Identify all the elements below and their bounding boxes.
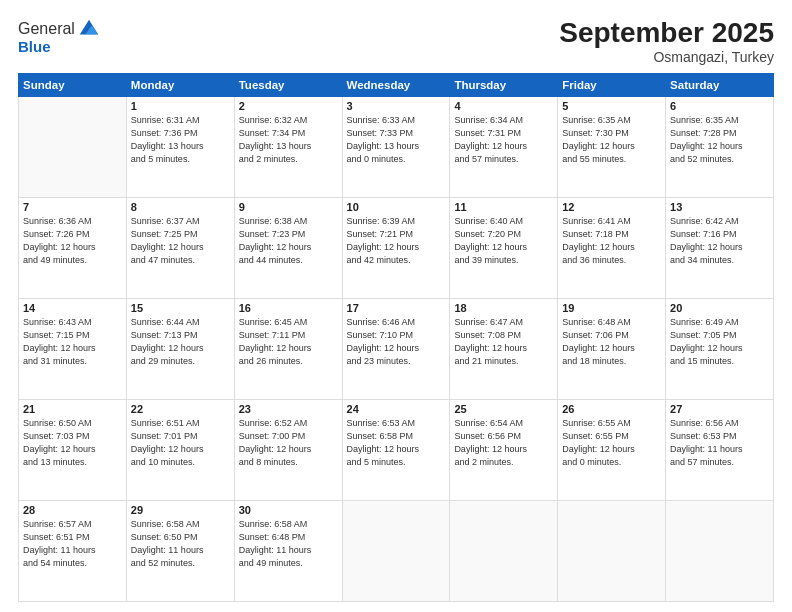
table-row: 17Sunrise: 6:46 AMSunset: 7:10 PMDayligh… bbox=[342, 298, 450, 399]
table-row: 1Sunrise: 6:31 AMSunset: 7:36 PMDaylight… bbox=[126, 96, 234, 197]
table-row: 6Sunrise: 6:35 AMSunset: 7:28 PMDaylight… bbox=[666, 96, 774, 197]
col-monday: Monday bbox=[126, 73, 234, 96]
logo-icon bbox=[78, 18, 100, 40]
day-number: 26 bbox=[562, 403, 661, 415]
day-info: Sunrise: 6:40 AMSunset: 7:20 PMDaylight:… bbox=[454, 215, 553, 267]
day-info: Sunrise: 6:58 AMSunset: 6:48 PMDaylight:… bbox=[239, 518, 338, 570]
day-number: 21 bbox=[23, 403, 122, 415]
table-row: 15Sunrise: 6:44 AMSunset: 7:13 PMDayligh… bbox=[126, 298, 234, 399]
day-number: 8 bbox=[131, 201, 230, 213]
day-number: 3 bbox=[347, 100, 446, 112]
day-number: 10 bbox=[347, 201, 446, 213]
day-number: 16 bbox=[239, 302, 338, 314]
table-row: 13Sunrise: 6:42 AMSunset: 7:16 PMDayligh… bbox=[666, 197, 774, 298]
table-row: 2Sunrise: 6:32 AMSunset: 7:34 PMDaylight… bbox=[234, 96, 342, 197]
table-row: 27Sunrise: 6:56 AMSunset: 6:53 PMDayligh… bbox=[666, 399, 774, 500]
table-row: 4Sunrise: 6:34 AMSunset: 7:31 PMDaylight… bbox=[450, 96, 558, 197]
table-row: 24Sunrise: 6:53 AMSunset: 6:58 PMDayligh… bbox=[342, 399, 450, 500]
day-number: 4 bbox=[454, 100, 553, 112]
table-row: 11Sunrise: 6:40 AMSunset: 7:20 PMDayligh… bbox=[450, 197, 558, 298]
day-info: Sunrise: 6:48 AMSunset: 7:06 PMDaylight:… bbox=[562, 316, 661, 368]
day-info: Sunrise: 6:47 AMSunset: 7:08 PMDaylight:… bbox=[454, 316, 553, 368]
col-sunday: Sunday bbox=[19, 73, 127, 96]
day-info: Sunrise: 6:45 AMSunset: 7:11 PMDaylight:… bbox=[239, 316, 338, 368]
page-title: September 2025 bbox=[559, 18, 774, 49]
table-row: 3Sunrise: 6:33 AMSunset: 7:33 PMDaylight… bbox=[342, 96, 450, 197]
col-thursday: Thursday bbox=[450, 73, 558, 96]
day-number: 25 bbox=[454, 403, 553, 415]
table-row: 28Sunrise: 6:57 AMSunset: 6:51 PMDayligh… bbox=[19, 500, 127, 601]
day-number: 29 bbox=[131, 504, 230, 516]
day-number: 23 bbox=[239, 403, 338, 415]
calendar-week-2: 7Sunrise: 6:36 AMSunset: 7:26 PMDaylight… bbox=[19, 197, 774, 298]
table-row: 20Sunrise: 6:49 AMSunset: 7:05 PMDayligh… bbox=[666, 298, 774, 399]
day-number: 27 bbox=[670, 403, 769, 415]
day-info: Sunrise: 6:51 AMSunset: 7:01 PMDaylight:… bbox=[131, 417, 230, 469]
calendar-table: Sunday Monday Tuesday Wednesday Thursday… bbox=[18, 73, 774, 602]
day-info: Sunrise: 6:31 AMSunset: 7:36 PMDaylight:… bbox=[131, 114, 230, 166]
col-saturday: Saturday bbox=[666, 73, 774, 96]
day-info: Sunrise: 6:35 AMSunset: 7:28 PMDaylight:… bbox=[670, 114, 769, 166]
day-info: Sunrise: 6:34 AMSunset: 7:31 PMDaylight:… bbox=[454, 114, 553, 166]
day-number: 1 bbox=[131, 100, 230, 112]
calendar-week-3: 14Sunrise: 6:43 AMSunset: 7:15 PMDayligh… bbox=[19, 298, 774, 399]
logo: General Blue bbox=[18, 18, 100, 55]
day-number: 17 bbox=[347, 302, 446, 314]
day-info: Sunrise: 6:57 AMSunset: 6:51 PMDaylight:… bbox=[23, 518, 122, 570]
day-number: 19 bbox=[562, 302, 661, 314]
page-subtitle: Osmangazi, Turkey bbox=[559, 49, 774, 65]
day-number: 5 bbox=[562, 100, 661, 112]
calendar-header-row: Sunday Monday Tuesday Wednesday Thursday… bbox=[19, 73, 774, 96]
logo-general-text: General bbox=[18, 20, 75, 38]
table-row: 7Sunrise: 6:36 AMSunset: 7:26 PMDaylight… bbox=[19, 197, 127, 298]
col-tuesday: Tuesday bbox=[234, 73, 342, 96]
table-row bbox=[450, 500, 558, 601]
day-number: 13 bbox=[670, 201, 769, 213]
table-row: 16Sunrise: 6:45 AMSunset: 7:11 PMDayligh… bbox=[234, 298, 342, 399]
day-info: Sunrise: 6:33 AMSunset: 7:33 PMDaylight:… bbox=[347, 114, 446, 166]
day-info: Sunrise: 6:46 AMSunset: 7:10 PMDaylight:… bbox=[347, 316, 446, 368]
table-row: 29Sunrise: 6:58 AMSunset: 6:50 PMDayligh… bbox=[126, 500, 234, 601]
title-block: September 2025 Osmangazi, Turkey bbox=[559, 18, 774, 65]
page: General Blue September 2025 Osmangazi, T… bbox=[0, 0, 792, 612]
day-number: 2 bbox=[239, 100, 338, 112]
table-row bbox=[666, 500, 774, 601]
day-info: Sunrise: 6:41 AMSunset: 7:18 PMDaylight:… bbox=[562, 215, 661, 267]
day-number: 12 bbox=[562, 201, 661, 213]
day-number: 18 bbox=[454, 302, 553, 314]
calendar-week-5: 28Sunrise: 6:57 AMSunset: 6:51 PMDayligh… bbox=[19, 500, 774, 601]
table-row: 22Sunrise: 6:51 AMSunset: 7:01 PMDayligh… bbox=[126, 399, 234, 500]
day-info: Sunrise: 6:54 AMSunset: 6:56 PMDaylight:… bbox=[454, 417, 553, 469]
day-info: Sunrise: 6:56 AMSunset: 6:53 PMDaylight:… bbox=[670, 417, 769, 469]
day-info: Sunrise: 6:44 AMSunset: 7:13 PMDaylight:… bbox=[131, 316, 230, 368]
day-number: 6 bbox=[670, 100, 769, 112]
logo-blue-text: Blue bbox=[18, 38, 100, 55]
day-info: Sunrise: 6:37 AMSunset: 7:25 PMDaylight:… bbox=[131, 215, 230, 267]
day-number: 20 bbox=[670, 302, 769, 314]
day-info: Sunrise: 6:32 AMSunset: 7:34 PMDaylight:… bbox=[239, 114, 338, 166]
table-row: 25Sunrise: 6:54 AMSunset: 6:56 PMDayligh… bbox=[450, 399, 558, 500]
table-row: 12Sunrise: 6:41 AMSunset: 7:18 PMDayligh… bbox=[558, 197, 666, 298]
table-row: 21Sunrise: 6:50 AMSunset: 7:03 PMDayligh… bbox=[19, 399, 127, 500]
table-row: 19Sunrise: 6:48 AMSunset: 7:06 PMDayligh… bbox=[558, 298, 666, 399]
table-row: 5Sunrise: 6:35 AMSunset: 7:30 PMDaylight… bbox=[558, 96, 666, 197]
table-row: 23Sunrise: 6:52 AMSunset: 7:00 PMDayligh… bbox=[234, 399, 342, 500]
day-number: 30 bbox=[239, 504, 338, 516]
col-wednesday: Wednesday bbox=[342, 73, 450, 96]
day-info: Sunrise: 6:43 AMSunset: 7:15 PMDaylight:… bbox=[23, 316, 122, 368]
day-info: Sunrise: 6:39 AMSunset: 7:21 PMDaylight:… bbox=[347, 215, 446, 267]
calendar-week-4: 21Sunrise: 6:50 AMSunset: 7:03 PMDayligh… bbox=[19, 399, 774, 500]
day-number: 22 bbox=[131, 403, 230, 415]
day-info: Sunrise: 6:49 AMSunset: 7:05 PMDaylight:… bbox=[670, 316, 769, 368]
table-row: 14Sunrise: 6:43 AMSunset: 7:15 PMDayligh… bbox=[19, 298, 127, 399]
day-number: 15 bbox=[131, 302, 230, 314]
day-info: Sunrise: 6:35 AMSunset: 7:30 PMDaylight:… bbox=[562, 114, 661, 166]
day-number: 28 bbox=[23, 504, 122, 516]
day-info: Sunrise: 6:58 AMSunset: 6:50 PMDaylight:… bbox=[131, 518, 230, 570]
calendar-week-1: 1Sunrise: 6:31 AMSunset: 7:36 PMDaylight… bbox=[19, 96, 774, 197]
table-row: 18Sunrise: 6:47 AMSunset: 7:08 PMDayligh… bbox=[450, 298, 558, 399]
day-number: 7 bbox=[23, 201, 122, 213]
table-row: 9Sunrise: 6:38 AMSunset: 7:23 PMDaylight… bbox=[234, 197, 342, 298]
day-info: Sunrise: 6:42 AMSunset: 7:16 PMDaylight:… bbox=[670, 215, 769, 267]
table-row bbox=[19, 96, 127, 197]
